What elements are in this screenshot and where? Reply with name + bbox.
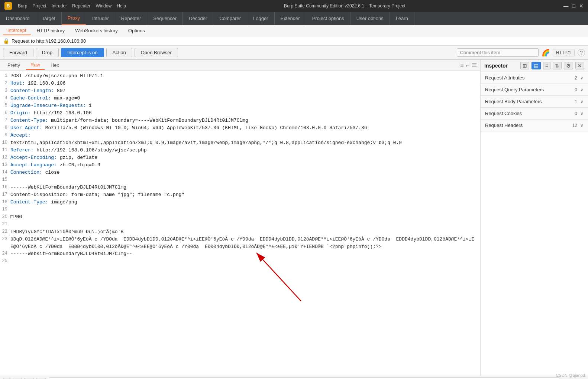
titlebar-controls: — □ ✕ bbox=[563, 3, 584, 9]
table-row: 22IHDRÿíyuGYc*IDATxì0Å0^mu9 Ðu\=)ö□Ã(%o'… bbox=[0, 228, 480, 236]
menu-project[interactable]: Project bbox=[32, 3, 46, 9]
table-row: 7Content-Type: multipart/form-data; boun… bbox=[0, 117, 480, 124]
code-lines: 1POST /study/wjsc/sc.php HTTP/1.12Host: … bbox=[0, 72, 480, 265]
nav-tab-learn[interactable]: Learn bbox=[390, 12, 414, 25]
open-browser-button[interactable]: Open Browser bbox=[135, 48, 178, 57]
line-content: Cache-Control: max-age=0 bbox=[10, 95, 480, 102]
nav-tab-comparer[interactable]: Comparer bbox=[213, 12, 247, 25]
nav-tab-intruder[interactable]: Intruder bbox=[86, 12, 115, 25]
forward-nav-icon[interactable]: → bbox=[36, 378, 46, 379]
line-number: 16 bbox=[0, 184, 10, 190]
table-row: 15 bbox=[0, 176, 480, 184]
nav-tab-project-options[interactable]: Project options bbox=[306, 12, 350, 25]
line-number: 22 bbox=[0, 228, 10, 235]
line-content: Accept: bbox=[10, 132, 480, 139]
table-row: 14Connection: close bbox=[0, 169, 480, 176]
inspector-grid-icon[interactable]: ⊞ bbox=[520, 62, 529, 69]
nav-tab-extender[interactable]: Extender bbox=[275, 12, 306, 25]
back-icon[interactable]: ← bbox=[24, 378, 34, 379]
line-content: User-Agent: Mozilla/5.0 (Windows NT 10.0… bbox=[10, 124, 480, 132]
line-number: 15 bbox=[0, 176, 10, 183]
nav-tab-repeater[interactable]: Repeater bbox=[115, 12, 147, 25]
line-content: □PNG bbox=[10, 213, 480, 221]
table-row: 16------WebKitFormBoundaryBJLD4Rt0iJM7Cl… bbox=[0, 184, 480, 191]
content-area: Pretty Raw Hex ≡ ⌐ ☰ 1POST /study/wjsc/s… bbox=[0, 60, 588, 376]
menu-burp[interactable]: Burp bbox=[18, 3, 27, 9]
chevron-down-icon: ∨ bbox=[580, 87, 584, 92]
nav-tab-dashboard[interactable]: Dashboard bbox=[0, 12, 36, 25]
minimize-button[interactable]: — bbox=[563, 3, 569, 9]
table-row: 9Accept: bbox=[0, 132, 480, 139]
sub-nav: Intercept HTTP history WebSockets histor… bbox=[0, 25, 588, 36]
search-input[interactable] bbox=[49, 378, 560, 379]
help-button[interactable]: ? bbox=[578, 49, 585, 56]
inspector-section-header[interactable]: Request Cookies0∨ bbox=[481, 108, 588, 119]
menu-help[interactable]: Help bbox=[117, 3, 126, 9]
line-content: Referer: http://192.168.0.106/study/wjsc… bbox=[10, 147, 480, 154]
line-number: 12 bbox=[0, 154, 10, 161]
inspector-section-title: Request Attributes bbox=[485, 75, 575, 81]
inspector-section-header[interactable]: Request Query Parameters0∨ bbox=[481, 84, 588, 95]
inspector-panel: Inspector ⊞ ▤ ≡ ⇅ ⚙ ✕ Request Attributes… bbox=[480, 60, 588, 376]
line-number: 18 bbox=[0, 199, 10, 205]
inspector-lines-icon[interactable]: ≡ bbox=[543, 62, 550, 69]
menu-repeater[interactable]: Repeater bbox=[72, 3, 90, 9]
line-content: Content-Disposition: form-data; name="jp… bbox=[10, 191, 480, 199]
inspector-section-title: Request Cookies bbox=[485, 111, 575, 116]
comment-input[interactable] bbox=[457, 48, 539, 57]
code-editor[interactable]: 1POST /study/wjsc/sc.php HTTP/1.12Host: … bbox=[0, 71, 480, 376]
nav-tab-target[interactable]: Target bbox=[36, 12, 62, 25]
maximize-button[interactable]: □ bbox=[572, 3, 575, 9]
menu-window[interactable]: Window bbox=[96, 3, 112, 9]
table-row: 18Content-Type: image/png bbox=[0, 199, 480, 206]
drop-button[interactable]: Drop bbox=[36, 48, 59, 57]
sub-tab-http-history[interactable]: HTTP history bbox=[32, 26, 70, 35]
word-wrap-icon[interactable]: ≡ bbox=[460, 62, 463, 69]
close-button[interactable]: ✕ bbox=[579, 3, 584, 9]
menu-intruder[interactable]: Intruder bbox=[52, 3, 67, 9]
inspector-section-badge: 2 bbox=[575, 75, 577, 81]
inspector-section-header[interactable]: Request Attributes2∨ bbox=[481, 72, 588, 84]
inspector-section-header[interactable]: Request Headers12∨ bbox=[481, 120, 588, 131]
line-number: 24 bbox=[0, 250, 10, 257]
nav-tab-decoder[interactable]: Decoder bbox=[183, 12, 213, 25]
nav-tab-logger[interactable]: Logger bbox=[247, 12, 274, 25]
inspector-section-badge: 12 bbox=[572, 123, 577, 128]
intercept-button[interactable]: Intercept is on bbox=[61, 48, 104, 57]
inspector-section: Request Attributes2∨ bbox=[481, 72, 588, 84]
line-number: 25 bbox=[0, 258, 10, 264]
inspector-list-icon[interactable]: ▤ bbox=[532, 62, 541, 69]
line-number: 2 bbox=[0, 80, 10, 86]
watermark: CSDN @qjanpd bbox=[556, 373, 585, 378]
inspector-header: Inspector ⊞ ▤ ≡ ⇅ ⚙ ✕ bbox=[481, 60, 588, 72]
table-row: 5Upgrade-Insecure-Requests: 1 bbox=[0, 102, 480, 110]
forward-button[interactable]: Forward bbox=[3, 48, 33, 57]
table-row: 11Referer: http://192.168.0.106/study/wj… bbox=[0, 147, 480, 154]
action-button[interactable]: Action bbox=[106, 48, 132, 57]
line-number: 23 bbox=[0, 236, 10, 242]
inspector-settings-icon[interactable]: ⚙ bbox=[564, 62, 573, 69]
inspector-close-icon[interactable]: ✕ bbox=[575, 62, 584, 69]
table-row: 21 bbox=[0, 221, 480, 228]
settings-icon[interactable]: ⚙ bbox=[13, 378, 22, 379]
tab-hex[interactable]: Hex bbox=[46, 61, 64, 69]
tab-raw[interactable]: Raw bbox=[26, 61, 45, 70]
chevron-down-icon: ∨ bbox=[580, 123, 584, 128]
inspector-section-header[interactable]: Request Body Parameters1∨ bbox=[481, 96, 588, 107]
question-icon[interactable]: ? bbox=[3, 378, 10, 379]
nav-tab-user-options[interactable]: User options bbox=[350, 12, 390, 25]
chevron-down-icon: ∨ bbox=[580, 111, 584, 116]
line-number: 20 bbox=[0, 213, 10, 220]
sub-tab-websockets-history[interactable]: WebSockets history bbox=[71, 26, 122, 35]
line-content: POST /study/wjsc/sc.php HTTP/1.1 bbox=[10, 72, 480, 80]
tab-pretty[interactable]: Pretty bbox=[3, 61, 25, 69]
sub-tab-intercept[interactable]: Intercept bbox=[3, 26, 31, 35]
color-picker-icon[interactable]: 🌈 bbox=[542, 49, 550, 57]
menu-icon[interactable]: ☰ bbox=[472, 62, 477, 69]
nav-tab-sequencer[interactable]: Sequencer bbox=[147, 12, 183, 25]
bottom-bar: ? ⚙ ← → 0 matches bbox=[0, 376, 588, 379]
nav-tab-proxy[interactable]: Proxy bbox=[62, 12, 86, 25]
format-icon[interactable]: ⌐ bbox=[466, 62, 469, 69]
sub-tab-options[interactable]: Options bbox=[124, 26, 149, 35]
inspector-sort-icon[interactable]: ⇅ bbox=[553, 62, 562, 69]
